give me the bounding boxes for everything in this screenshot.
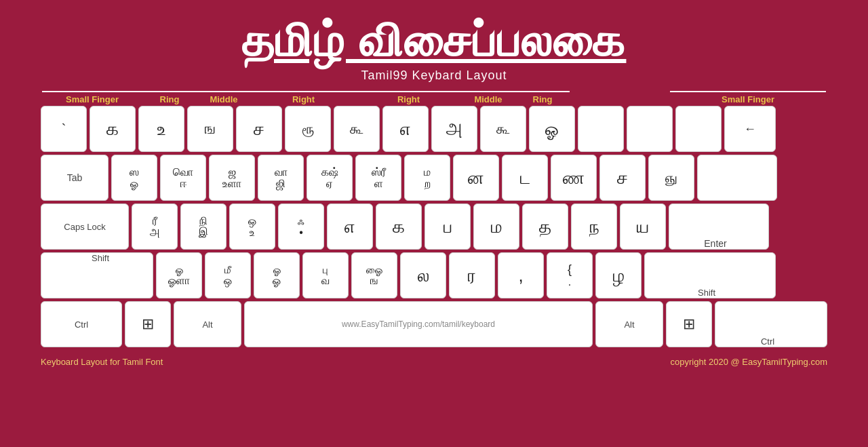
key-2[interactable]: உ (138, 106, 184, 152)
key-semicolon[interactable]: ந (571, 203, 617, 250)
key-b[interactable]: ஓை ங (351, 252, 397, 298)
key-w[interactable]: வொ ஈ (160, 155, 206, 201)
key-space[interactable]: www.EasyTamilTyping.com/tamil/keyboard (244, 301, 593, 347)
key-m[interactable]: ர (449, 252, 495, 298)
key-backspace[interactable]: ← (724, 106, 776, 152)
key-tab[interactable]: Tab (41, 155, 108, 201)
key-g[interactable]: எ (327, 203, 373, 250)
key-n[interactable]: ல (400, 252, 446, 298)
finger-label-ring-left: Ring (142, 91, 197, 104)
key-c[interactable]: ஓ ஓ (254, 252, 300, 298)
key-alt-left[interactable]: Alt (174, 301, 241, 347)
key-9[interactable]: கூ (480, 106, 526, 152)
key-h[interactable]: க (376, 203, 422, 250)
finger-label-middle-right: Middle (461, 91, 515, 104)
key-v[interactable]: பு வ (302, 252, 349, 298)
keyboard-container: Small Finger Ring Middle Right Right Mid… (41, 91, 827, 350)
key-comma[interactable]: , (498, 252, 544, 298)
key-shift-left[interactable]: Shift (41, 252, 153, 298)
finger-label-middle-left: Middle (197, 91, 251, 104)
key-ctrl-right[interactable]: Ctrl (715, 301, 827, 347)
key-alt-right[interactable]: Alt (595, 301, 663, 347)
key-slash[interactable]: ழ (595, 252, 642, 298)
keyboard-row-5: Ctrl ⊞ Alt www.EasyTamilTyping.com/tamil… (41, 301, 827, 347)
keyboard-row-4: Shift ஓ ஓளா மீ ஒ ஓ ஓ பு வ ஓை ங ல ர , (41, 252, 827, 298)
finger-label-right-left1: Right (251, 91, 356, 104)
key-i[interactable]: ன (453, 155, 499, 201)
key-minus[interactable] (578, 106, 624, 152)
key-3[interactable]: ங (187, 106, 233, 152)
key-o[interactable]: ட (502, 155, 548, 201)
page-title-tamil: தமிழ் விசைப்பலகை (242, 14, 627, 69)
key-y[interactable]: ஸ்ரீ ள (355, 155, 401, 201)
key-a[interactable]: ரீ அ (132, 203, 178, 250)
key-pipe[interactable] (675, 106, 722, 152)
finger-label-small-left: Small Finger (42, 91, 142, 104)
key-enter[interactable] (697, 155, 777, 201)
key-d[interactable]: ஒ உ (229, 203, 275, 250)
finger-label-right-right1: Right (356, 91, 461, 104)
key-u[interactable]: ம ற (404, 155, 450, 201)
key-s[interactable]: நி இ (180, 203, 226, 250)
key-quote[interactable]: ய (620, 203, 666, 250)
key-enter-main[interactable]: Enter (669, 203, 769, 250)
key-period[interactable]: { . (547, 252, 593, 298)
key-ctrl-left[interactable]: Ctrl (41, 301, 122, 347)
key-4[interactable]: ச (236, 106, 282, 152)
key-p[interactable]: ண (551, 155, 597, 201)
key-q[interactable]: ஸ ஓ (111, 155, 157, 201)
key-j[interactable]: ப (425, 203, 471, 250)
key-shift-right[interactable]: Shift (644, 252, 776, 298)
key-l[interactable]: த (522, 203, 568, 250)
key-lbracket[interactable]: ச (599, 155, 646, 201)
finger-label-ring-right: Ring (515, 91, 570, 104)
key-equals[interactable] (627, 106, 673, 152)
key-t[interactable]: கஷ் ஏ (307, 155, 353, 201)
key-8[interactable]: அ (431, 106, 477, 152)
key-win-left[interactable]: ⊞ (125, 301, 171, 347)
footer-left: Keyboard Layout for Tamil Font (41, 357, 163, 367)
keyboard-row-2: Tab ஸ ஓ வொ ஈ ஜ உளா வா ஜி கஷ் ஏ ஸ்ரீ ள ம … (41, 155, 827, 201)
keyboard-row-1: ` க உ ங ச ரூ கூ எ அ கூ ஓ ← (41, 106, 827, 152)
key-6[interactable]: கூ (334, 106, 380, 152)
key-1[interactable]: க (90, 106, 136, 152)
key-backtick[interactable]: ` (41, 106, 87, 152)
key-win-right[interactable]: ⊞ (666, 301, 712, 347)
key-k[interactable]: ம (473, 203, 519, 250)
key-0[interactable]: ஓ (529, 106, 575, 152)
footer: Keyboard Layout for Tamil Font copyright… (41, 357, 827, 367)
key-rbracket[interactable]: ஞு (648, 155, 694, 201)
page-subtitle: Tamil99 Keybard Layout (361, 69, 507, 83)
keyboard-row-3: Caps Lock ரீ அ நி இ ஒ உ ஃ • எ க ப ம த (41, 203, 827, 250)
finger-label-small-right: Small Finger (670, 91, 826, 104)
key-z[interactable]: ஓ ஓளா (156, 252, 202, 298)
key-5[interactable]: ரூ (285, 106, 331, 152)
key-e[interactable]: ஜ உளா (209, 155, 255, 201)
key-capslock[interactable]: Caps Lock (41, 203, 129, 250)
key-r[interactable]: வா ஜி (258, 155, 304, 201)
key-f[interactable]: ஃ • (278, 203, 324, 250)
key-x[interactable]: மீ ஒ (205, 252, 251, 298)
footer-right: copyright 2020 @ EasyTamilTyping.com (671, 357, 827, 367)
key-7[interactable]: எ (382, 106, 429, 152)
